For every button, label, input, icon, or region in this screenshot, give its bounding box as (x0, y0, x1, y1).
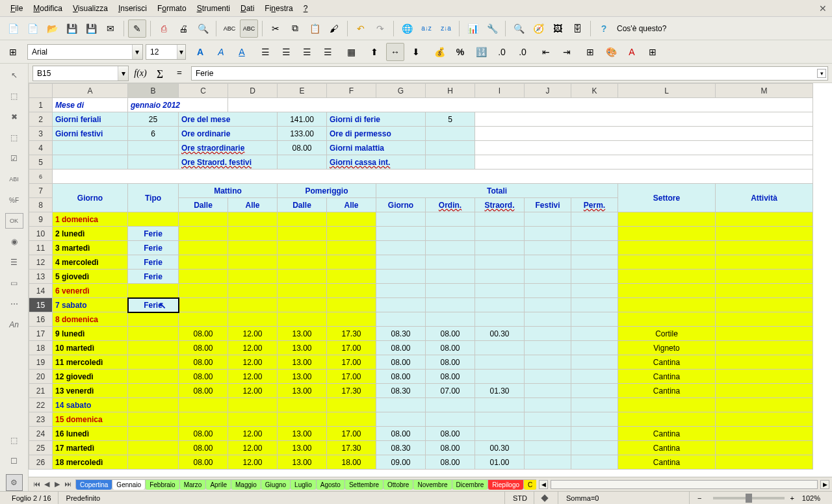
cell[interactable]: Cantina (618, 370, 716, 384)
more-icon[interactable]: ⋯ (5, 296, 23, 312)
cell[interactable] (525, 255, 571, 270)
cell[interactable]: 12.00 (228, 441, 278, 455)
cell[interactable] (618, 270, 716, 284)
scroll-left-icon[interactable]: ◀ (539, 480, 548, 489)
cell[interactable] (327, 227, 376, 241)
cell[interactable] (571, 455, 618, 470)
cell[interactable]: Ferie (128, 227, 179, 241)
scroll-right-icon[interactable]: ▶ (820, 480, 829, 489)
chevron-down-icon[interactable]: ▾ (132, 45, 142, 59)
row-header[interactable]: 19 (29, 355, 53, 370)
cell[interactable] (128, 441, 179, 455)
cell[interactable]: 08.00 (426, 370, 475, 384)
cell[interactable] (571, 298, 618, 312)
cell[interactable]: Ferie (128, 270, 179, 284)
cell[interactable]: Mese di (53, 98, 128, 112)
cell[interactable] (228, 398, 278, 412)
cell[interactable] (475, 298, 525, 312)
cell[interactable] (327, 270, 376, 284)
cell[interactable]: 5 giovedì (53, 270, 128, 284)
cell[interactable]: 12.00 (228, 370, 278, 384)
row-header[interactable]: 11 (29, 241, 53, 255)
zoom-out-icon[interactable]: − (691, 492, 708, 504)
cell[interactable]: 18.00 (327, 455, 376, 470)
font-size-combo[interactable]: ▾ (146, 44, 186, 60)
menu-modifica[interactable]: Modifica (28, 2, 68, 15)
checkbox-icon[interactable]: ☑ (5, 151, 23, 166)
cell[interactable] (571, 341, 618, 355)
cell[interactable] (278, 241, 327, 255)
cell[interactable] (716, 298, 813, 312)
cell[interactable] (716, 355, 813, 370)
row-header[interactable]: 25 (29, 441, 53, 455)
cell[interactable]: 08.00 (426, 427, 475, 441)
increase-indent-icon[interactable]: ⇥ (558, 43, 576, 61)
cell[interactable] (716, 270, 813, 284)
combo-icon[interactable]: ▭ (5, 275, 23, 291)
cell[interactable]: 08.00 (179, 455, 228, 470)
show-draw-icon[interactable]: 🔧 (483, 19, 501, 38)
cell[interactable] (475, 212, 525, 227)
option-icon[interactable]: ◉ (5, 234, 23, 249)
cell[interactable] (327, 312, 376, 327)
cell[interactable] (228, 298, 278, 312)
cell[interactable]: Dalle (278, 198, 327, 212)
cell[interactable] (475, 241, 525, 255)
cell[interactable]: Dalle (179, 198, 228, 212)
menu-formato[interactable]: Formato (152, 2, 192, 15)
cell[interactable]: Cantina (618, 384, 716, 398)
row-header[interactable]: 7 (29, 184, 53, 198)
cell[interactable]: Ore Straord. festivi (179, 155, 278, 170)
cell[interactable] (525, 441, 571, 455)
cell[interactable] (376, 227, 426, 241)
cell[interactable] (278, 255, 327, 270)
cell[interactable] (426, 398, 475, 412)
styles-icon[interactable]: ⊞ (4, 43, 22, 61)
cell[interactable] (571, 327, 618, 341)
cell[interactable] (618, 298, 716, 312)
col-header-F[interactable]: F (327, 84, 376, 98)
cell[interactable] (716, 384, 813, 398)
cell[interactable]: Straord. (475, 198, 525, 212)
cell[interactable] (571, 227, 618, 241)
cell[interactable] (571, 270, 618, 284)
percent-icon[interactable]: % (451, 43, 469, 61)
sheet-tab-gennaio[interactable]: Gennaio (112, 479, 146, 490)
row-header[interactable]: 4 (29, 141, 53, 155)
design-mode-icon[interactable]: ⚙ (6, 474, 23, 491)
cell[interactable]: 17.00 (327, 355, 376, 370)
cell[interactable]: 25 (128, 112, 179, 127)
cell[interactable] (376, 255, 426, 270)
cell[interactable] (618, 241, 716, 255)
scroll-track[interactable] (551, 480, 818, 489)
cell[interactable]: 14 sabato (53, 398, 128, 412)
row-header[interactable]: 21 (29, 384, 53, 398)
cell[interactable]: Tipo (128, 184, 179, 212)
col-header-H[interactable]: H (426, 84, 475, 98)
cell[interactable]: 08.00 (179, 341, 228, 355)
cell[interactable]: 17.00 (327, 341, 376, 355)
remove-decimal-icon[interactable]: .0 (514, 43, 532, 61)
cell[interactable]: 1 domenica (53, 212, 128, 227)
cell[interactable] (716, 441, 813, 455)
spreadsheet-grid[interactable]: ABCDEFGHIJKLM1 Mese di gennaio 2012 2 Gi… (29, 83, 832, 477)
cell[interactable] (716, 370, 813, 384)
cell[interactable] (571, 370, 618, 384)
cell[interactable] (571, 441, 618, 455)
menu-dati[interactable]: Dati (235, 2, 259, 15)
row-header[interactable]: 3 (29, 127, 53, 141)
cell[interactable]: Giorni cassa int. (327, 155, 426, 170)
cell[interactable] (525, 212, 571, 227)
cell[interactable]: 12.00 (228, 341, 278, 355)
cell[interactable] (475, 270, 525, 284)
underline-icon[interactable]: A (233, 43, 251, 61)
cell[interactable] (278, 398, 327, 412)
cell[interactable] (278, 298, 327, 312)
cell[interactable]: 08.00 (426, 341, 475, 355)
sheet-tab-settembre[interactable]: Settembre (344, 479, 384, 490)
help-icon[interactable]: ? (595, 19, 613, 38)
align-right-icon[interactable]: ☰ (298, 43, 316, 61)
list-icon[interactable]: ☰ (5, 255, 23, 270)
cell[interactable]: 4 mercoledì (53, 255, 128, 270)
cell[interactable]: 133.00 (278, 127, 327, 141)
